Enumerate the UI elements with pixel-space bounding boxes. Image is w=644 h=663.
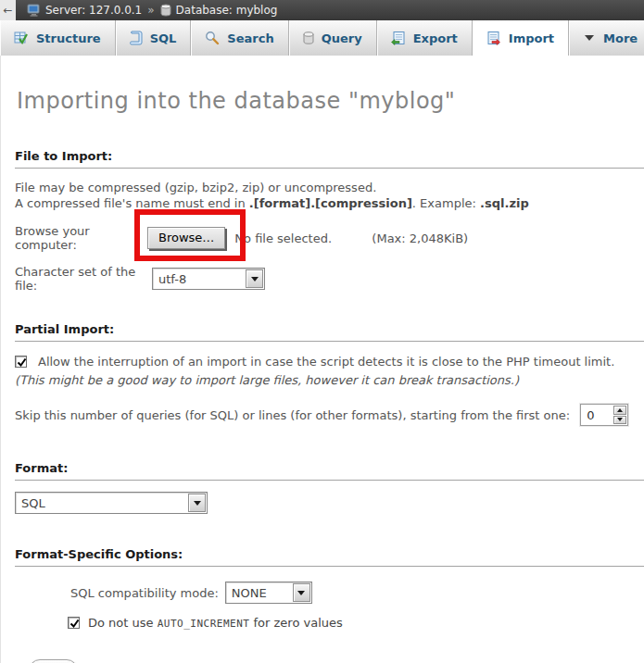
go-button[interactable]: Go <box>29 659 78 663</box>
section-partial-import: Partial Import: Allow the interruption o… <box>15 322 644 426</box>
tab-label: Import <box>509 31 554 45</box>
database-icon <box>160 4 171 17</box>
tab-bar: Structure SQL Search Query Export Import <box>0 20 644 56</box>
section-heading-format: Format: <box>15 461 644 481</box>
left-arrow-icon: ← <box>3 4 12 17</box>
allow-interruption-note: (This might be a good way to import larg… <box>15 373 519 387</box>
charset-label: Character set of the file: <box>15 265 152 293</box>
section-file-to-import: File to Import: File may be compressed (… <box>15 149 644 293</box>
spinner-down-button[interactable] <box>613 416 626 425</box>
browse-row: Browse your computer: Browse… No file se… <box>15 224 644 252</box>
sql-compatibility-label: SQL compatibility mode: <box>70 586 219 600</box>
allow-interruption-row: Allow the interruption of an import in c… <box>15 353 644 390</box>
structure-icon <box>14 31 29 45</box>
format-select-arrow-icon[interactable] <box>188 494 206 512</box>
tab-structure[interactable]: Structure <box>0 20 116 56</box>
charset-row: Character set of the file: utf-8 <box>15 265 644 293</box>
breadcrumb-database-label: Database: myblog <box>176 4 278 17</box>
sql-icon <box>130 31 143 45</box>
chevron-down-icon <box>583 33 596 43</box>
browse-label: Browse your computer: <box>15 224 147 252</box>
import-icon <box>486 31 501 45</box>
export-icon <box>391 31 406 45</box>
allow-interruption-checkbox[interactable] <box>15 356 27 368</box>
tab-import[interactable]: Import <box>473 20 569 56</box>
breadcrumb-database[interactable]: Database: myblog <box>160 4 278 17</box>
breadcrumb-separator: » <box>147 4 154 17</box>
nav-collapse-button[interactable]: ← <box>0 0 16 20</box>
tab-export[interactable]: Export <box>377 20 473 56</box>
spinner-up-button[interactable] <box>613 406 626 415</box>
section-format-specific: Format-Specific Options: SQL compatibili… <box>15 547 644 630</box>
sql-compatibility-row: SQL compatibility mode: NONE <box>70 582 644 604</box>
no-file-selected-text: No file selected. <box>234 231 372 245</box>
tab-more[interactable]: More <box>569 20 644 56</box>
tab-label: Export <box>413 31 458 45</box>
section-heading-format-specific: Format-Specific Options: <box>15 547 644 567</box>
sql-compatibility-select[interactable]: NONE <box>225 582 312 604</box>
search-icon <box>205 31 220 45</box>
skip-queries-value: 0 <box>581 405 612 425</box>
tab-sql[interactable]: SQL <box>116 20 192 56</box>
auto-increment-checkbox[interactable] <box>68 617 80 629</box>
tab-label: Query <box>322 31 362 45</box>
charset-select-arrow-icon[interactable] <box>246 269 263 288</box>
auto-increment-text: Do not use AUTO_INCREMENT for zero value… <box>88 616 343 630</box>
section-heading-file-to-import: File to Import: <box>15 149 644 169</box>
charset-select[interactable]: utf-8 <box>152 268 265 290</box>
file-compress-hint: File may be compressed (gzip, bzip2, zip… <box>15 180 644 195</box>
server-icon <box>27 4 41 17</box>
file-naming-hint: A compressed file's name must end in .[f… <box>15 195 644 211</box>
tab-label: Structure <box>36 31 101 45</box>
charset-select-value: utf-8 <box>153 269 245 289</box>
tab-label: More <box>603 31 638 45</box>
sql-compatibility-arrow-icon[interactable] <box>293 583 310 602</box>
breadcrumb-server-label: Server: 127.0.0.1 <box>45 4 142 17</box>
auto-increment-code: AUTO_INCREMENT <box>158 618 250 630</box>
query-icon <box>303 31 314 45</box>
tab-search[interactable]: Search <box>191 20 288 56</box>
format-select-value: SQL <box>16 493 187 513</box>
breadcrumb-server[interactable]: Server: 127.0.0.1 <box>27 4 142 17</box>
skip-queries-label: Skip this number of queries (for SQL) or… <box>15 408 570 422</box>
max-upload-size: (Max: 2,048KiB) <box>372 231 468 245</box>
breadcrumb-bar: ← Server: 127.0.0.1 » Database: myblog <box>0 0 644 20</box>
skip-queries-row: Skip this number of queries (for SQL) or… <box>15 404 644 426</box>
auto-increment-row: Do not use AUTO_INCREMENT for zero value… <box>68 616 644 630</box>
tab-label: Search <box>227 31 273 45</box>
main-content: Importing into the database "myblog" Fil… <box>0 56 644 663</box>
section-format: Format: SQL <box>15 461 644 514</box>
section-heading-partial-import: Partial Import: <box>15 322 644 342</box>
allow-interruption-text: Allow the interruption of an import in c… <box>38 355 614 369</box>
tab-label: SQL <box>150 31 177 45</box>
page-title: Importing into the database "myblog" <box>15 56 644 114</box>
tab-query[interactable]: Query <box>289 20 377 56</box>
format-select[interactable]: SQL <box>15 492 208 514</box>
browse-button[interactable]: Browse… <box>147 227 225 249</box>
sql-compatibility-value: NONE <box>226 582 292 603</box>
skip-queries-spinner[interactable]: 0 <box>580 404 628 426</box>
